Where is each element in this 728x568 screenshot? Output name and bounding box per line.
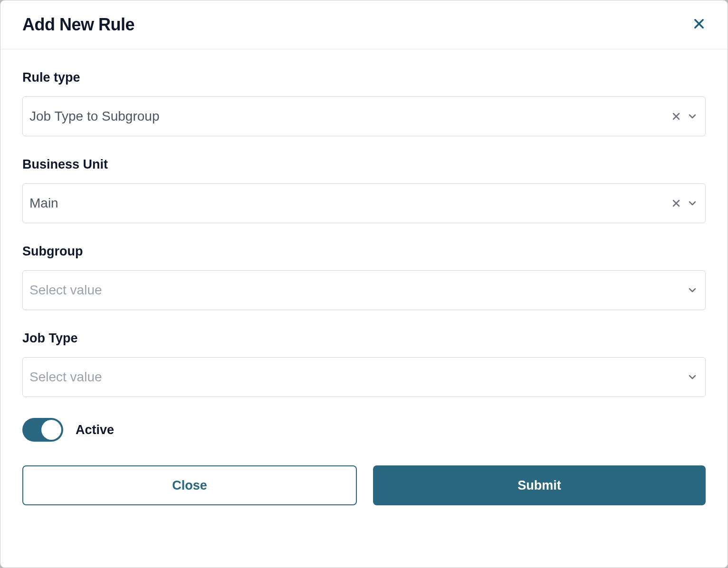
active-toggle[interactable] <box>22 418 63 442</box>
business-unit-label: Business Unit <box>22 157 706 172</box>
subgroup-placeholder: Select value <box>29 283 686 298</box>
clear-icon[interactable] <box>670 110 682 123</box>
active-toggle-row: Active <box>22 418 706 442</box>
chevron-down-icon[interactable] <box>686 371 699 383</box>
chevron-down-icon[interactable] <box>686 197 699 209</box>
modal-body: Rule type Job Type to Subgroup <box>0 49 728 524</box>
subgroup-label: Subgroup <box>22 244 706 259</box>
business-unit-value: Main <box>29 196 670 211</box>
select-actions <box>670 110 699 123</box>
modal-title: Add New Rule <box>22 15 134 35</box>
rule-type-value: Job Type to Subgroup <box>29 109 670 124</box>
close-icon[interactable] <box>692 16 706 33</box>
chevron-down-icon[interactable] <box>686 284 699 296</box>
add-new-rule-modal: Add New Rule Rule type Job Type to Subgr… <box>0 0 728 568</box>
submit-button[interactable]: Submit <box>373 465 706 505</box>
subgroup-select[interactable]: Select value <box>22 270 706 310</box>
business-unit-select[interactable]: Main <box>22 183 706 223</box>
select-actions <box>670 197 699 209</box>
rule-type-select[interactable]: Job Type to Subgroup <box>22 96 706 136</box>
active-toggle-label: Active <box>76 423 114 437</box>
modal-header: Add New Rule <box>0 0 728 49</box>
job-type-select[interactable]: Select value <box>22 357 706 397</box>
close-button[interactable]: Close <box>22 465 357 505</box>
select-actions <box>686 284 699 296</box>
business-unit-group: Business Unit Main <box>22 157 706 223</box>
chevron-down-icon[interactable] <box>686 110 699 123</box>
toggle-knob <box>41 420 61 440</box>
job-type-label: Job Type <box>22 331 706 346</box>
select-actions <box>686 371 699 383</box>
rule-type-group: Rule type Job Type to Subgroup <box>22 70 706 136</box>
rule-type-label: Rule type <box>22 70 706 85</box>
subgroup-group: Subgroup Select value <box>22 244 706 310</box>
clear-icon[interactable] <box>670 197 682 209</box>
job-type-placeholder: Select value <box>29 369 686 385</box>
job-type-group: Job Type Select value <box>22 331 706 397</box>
footer-buttons: Close Submit <box>22 465 706 505</box>
